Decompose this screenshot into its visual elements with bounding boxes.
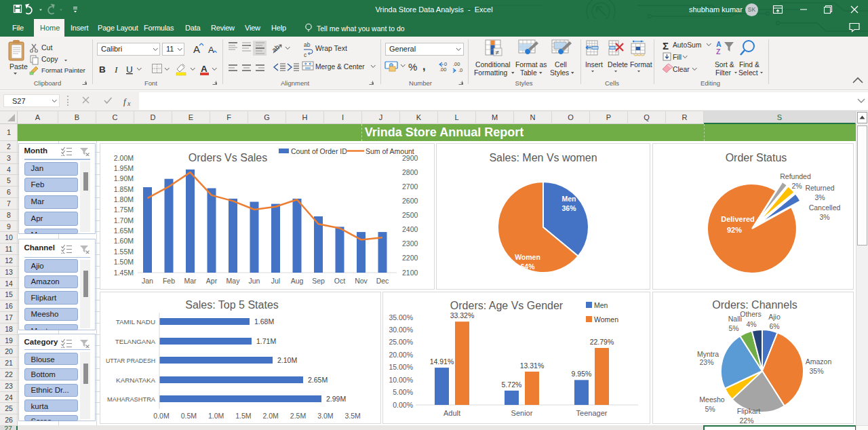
svg-text:1.45M: 1.45M — [114, 269, 134, 277]
svg-text:36%: 36% — [561, 204, 576, 212]
svg-text:Jan: Jan — [142, 277, 153, 285]
svg-text:Copy: Copy — [41, 55, 58, 63]
svg-text:Clear: Clear — [673, 66, 690, 73]
svg-text:5%: 5% — [728, 324, 738, 332]
svg-text:1.95M: 1.95M — [114, 164, 134, 172]
svg-text:Table: Table — [520, 69, 537, 77]
svg-text:MAHARASHTRA: MAHARASHTRA — [107, 395, 155, 403]
svg-text:2.0M: 2.0M — [263, 412, 279, 420]
svg-text:2500: 2500 — [402, 211, 418, 219]
svg-text:.00: .00 — [439, 66, 446, 73]
svg-text:Insert: Insert — [585, 61, 603, 69]
svg-text:1.68M: 1.68M — [254, 317, 274, 326]
svg-text:Oct: Oct — [334, 277, 345, 285]
svg-text:35.00%: 35.00% — [389, 313, 413, 321]
svg-text:Meesho: Meesho — [699, 395, 725, 404]
svg-text:May: May — [226, 277, 241, 285]
svg-text:1.71M: 1.71M — [256, 337, 276, 345]
svg-text:1.55M: 1.55M — [114, 248, 134, 256]
svg-text:2400: 2400 — [402, 225, 418, 233]
svg-text:20.00%: 20.00% — [389, 351, 413, 359]
svg-text:9.95%: 9.95% — [572, 370, 592, 378]
svg-text:Sep: Sep — [312, 277, 325, 285]
svg-text:Orders: Channels: Orders: Channels — [712, 299, 797, 311]
svg-text:3.5M: 3.5M — [344, 412, 360, 420]
svg-text:Adult: Adult — [443, 409, 460, 417]
svg-text:c: c — [304, 52, 307, 58]
svg-text:Ajio: Ajio — [768, 313, 781, 321]
svg-text:33.32%: 33.32% — [450, 311, 475, 319]
svg-text:Cell: Cell — [555, 61, 567, 69]
svg-text:2700: 2700 — [402, 182, 418, 191]
svg-text:2.00M: 2.00M — [114, 154, 134, 162]
svg-text:1.5M: 1.5M — [235, 412, 251, 420]
svg-text:2%: 2% — [791, 182, 802, 190]
svg-text:UTTAR PRADESH: UTTAR PRADESH — [106, 357, 155, 364]
svg-text:Conditional: Conditional — [475, 61, 511, 69]
svg-text:Aug: Aug — [291, 277, 304, 285]
svg-text:2.99M: 2.99M — [326, 395, 346, 403]
svg-text:Returned: Returned — [805, 184, 834, 192]
svg-text:1.65M: 1.65M — [114, 227, 134, 235]
svg-text:%: % — [408, 61, 417, 73]
svg-text:Jul: Jul — [271, 277, 280, 285]
svg-text:KARNATAKA: KARNATAKA — [116, 376, 155, 384]
svg-text:Feb: Feb — [163, 277, 175, 285]
svg-text:Sales: Men Vs women: Sales: Men Vs women — [489, 152, 597, 163]
svg-text:23%: 23% — [699, 358, 713, 366]
svg-text:Jun: Jun — [249, 277, 260, 285]
svg-text:0.5M: 0.5M — [181, 412, 197, 420]
svg-text:U: U — [126, 64, 133, 75]
svg-text:13.31%: 13.31% — [520, 361, 545, 370]
svg-text:92%: 92% — [727, 226, 742, 234]
svg-text:I: I — [114, 64, 119, 75]
svg-text:2100: 2100 — [402, 269, 418, 277]
svg-text:Z: Z — [716, 47, 721, 56]
svg-text:Delivered: Delivered — [721, 215, 755, 223]
svg-text:.0: .0 — [458, 67, 462, 73]
svg-text:10.00%: 10.00% — [389, 376, 413, 384]
svg-text:2600: 2600 — [402, 197, 418, 205]
svg-text:A: A — [201, 64, 208, 74]
svg-text:1.0M: 1.0M — [208, 412, 224, 420]
svg-text:ab: ab — [271, 43, 281, 54]
svg-text:5%: 5% — [705, 405, 715, 413]
svg-text:Dec: Dec — [376, 277, 389, 285]
svg-text:Sales: Top 5 States: Sales: Top 5 States — [185, 299, 279, 311]
svg-text:Format: Format — [630, 61, 652, 69]
svg-text:Find &: Find & — [739, 61, 760, 69]
svg-text:35%: 35% — [809, 367, 823, 375]
svg-text:TAMIL NADU: TAMIL NADU — [116, 318, 155, 326]
svg-text:1.90M: 1.90M — [114, 174, 134, 182]
svg-text:Σ: Σ — [663, 40, 669, 52]
svg-text:64%: 64% — [520, 262, 535, 271]
svg-text:1.85M: 1.85M — [114, 185, 134, 193]
svg-text:A: A — [193, 43, 200, 55]
svg-text:Flipkart: Flipkart — [737, 407, 761, 415]
svg-text:Men: Men — [594, 301, 608, 309]
svg-text:Fill: Fill — [673, 54, 682, 61]
svg-text:1.70M: 1.70M — [114, 216, 134, 224]
svg-text:1.75M: 1.75M — [114, 206, 134, 214]
svg-text:Paste: Paste — [9, 62, 28, 71]
svg-text:Merge & Center: Merge & Center — [315, 63, 365, 71]
svg-text:14.91%: 14.91% — [430, 357, 454, 366]
svg-text:ab: ab — [304, 41, 311, 48]
svg-text:Count of Order ID: Count of Order ID — [291, 147, 347, 155]
svg-text:TELANGANA: TELANGANA — [115, 338, 156, 345]
svg-text:Women: Women — [594, 315, 618, 324]
svg-text:B: B — [99, 64, 106, 75]
svg-text:15.00%: 15.00% — [389, 363, 413, 371]
svg-text:2200: 2200 — [402, 254, 418, 262]
svg-text:Myntra: Myntra — [697, 350, 719, 358]
svg-text:5.00%: 5.00% — [393, 388, 413, 396]
svg-text:25.00%: 25.00% — [389, 338, 413, 346]
svg-text:2.65M: 2.65M — [308, 376, 328, 384]
svg-text:0.0M: 0.0M — [153, 412, 169, 420]
svg-text:Delete: Delete — [608, 61, 628, 69]
svg-text:Refunded: Refunded — [780, 172, 811, 180]
svg-text:≠: ≠ — [496, 49, 500, 56]
svg-text:3%: 3% — [814, 193, 825, 201]
svg-text:1.50M: 1.50M — [114, 258, 134, 266]
svg-text:2900: 2900 — [402, 154, 418, 162]
